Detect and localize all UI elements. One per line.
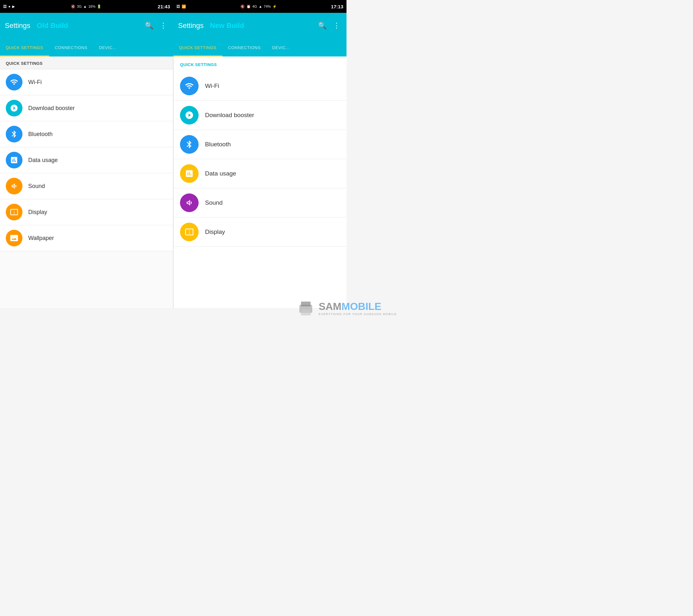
left-wifi-item[interactable]: Wi-Fi <box>0 69 173 95</box>
app-header-right: Settings New Build 🔍 ⋮ <box>173 13 346 39</box>
right-display-item[interactable]: Display <box>174 218 346 247</box>
left-bluetooth-icon <box>6 126 22 142</box>
right-build-label: New Build <box>210 21 244 30</box>
left-section-header: QUICK SETTINGS <box>0 57 173 69</box>
left-network-icons: 🔇 3G ▲ 16% 🔋 <box>71 4 102 9</box>
right-download-booster-icon <box>180 106 199 124</box>
mute-icon: 🔇 <box>71 4 75 9</box>
tab-bar-container: QUICK SETTINGS CONNECTIONS DEVIC... QUIC… <box>0 39 346 57</box>
battery-icon: 🔋 <box>97 4 101 9</box>
right-tab-connections[interactable]: CONNECTIONS <box>222 39 266 57</box>
app-header-left: Settings Old Build 🔍 ⋮ <box>0 13 173 39</box>
right-tab-quick-settings[interactable]: QUICK SETTINGS <box>173 39 222 57</box>
right-sound-icon <box>180 194 199 212</box>
right-panel: QUICK SETTINGS Wi-Fi Download booster Bl… <box>173 57 346 308</box>
network-type2: 4G <box>253 4 257 8</box>
left-tab-device[interactable]: DEVIC... <box>93 39 122 57</box>
battery-text: 16% <box>88 4 95 8</box>
right-more-icon[interactable]: ⋮ <box>332 20 342 32</box>
battery-icon2: ⚡ <box>272 4 277 9</box>
right-wifi-item[interactable]: Wi-Fi <box>174 72 346 101</box>
right-search-icon[interactable]: 🔍 <box>316 20 328 32</box>
left-display-label: Display <box>28 209 47 216</box>
right-network-icons: 🔇 ⏰ 4G ▲ 74% ⚡ <box>240 4 277 9</box>
app-header-container: Settings Old Build 🔍 ⋮ Settings New Buil… <box>0 13 346 39</box>
left-wallpaper-icon <box>6 230 22 246</box>
left-sound-icon <box>6 178 22 194</box>
right-display-label: Display <box>205 228 225 236</box>
right-wifi-icon <box>180 77 199 95</box>
left-sound-label: Sound <box>28 183 45 190</box>
right-status-icons: 🖼 📶 <box>176 4 186 9</box>
right-download-booster-label: Download booster <box>205 112 254 119</box>
left-data-usage-label: Data usage <box>28 157 58 164</box>
right-data-usage-item[interactable]: Data usage <box>174 159 346 188</box>
tab-bar-left: QUICK SETTINGS CONNECTIONS DEVIC... <box>0 39 173 57</box>
mute-icon2: 🔇 <box>240 4 245 9</box>
left-wifi-label: Wi-Fi <box>28 79 42 86</box>
right-time: 17:13 <box>331 4 343 9</box>
signal-icon: ▲ <box>83 4 87 8</box>
left-search-icon[interactable]: 🔍 <box>143 20 155 32</box>
left-status-icons: 🖼 ● ▶ <box>3 4 15 9</box>
left-bluetooth-label: Bluetooth <box>28 131 53 138</box>
tab-bar-right: QUICK SETTINGS CONNECTIONS DEVIC... <box>173 39 346 57</box>
left-data-usage-icon <box>6 152 22 168</box>
right-data-usage-label: Data usage <box>205 170 236 177</box>
network-type: 3G <box>77 4 82 8</box>
left-wifi-icon <box>6 74 22 91</box>
status-bar-left: 🖼 ● ▶ 🔇 3G ▲ 16% 🔋 21:43 <box>0 0 173 13</box>
right-display-icon <box>180 223 199 241</box>
left-panel: QUICK SETTINGS Wi-Fi Download booster Bl… <box>0 57 173 308</box>
alarm-icon: ⏰ <box>246 4 251 9</box>
app-icon2: ▶ <box>12 4 15 9</box>
app-icon1: ● <box>8 4 11 8</box>
left-wallpaper-item[interactable]: Wallpaper <box>0 225 173 251</box>
screenshot-icon2: 🖼 <box>176 4 180 8</box>
left-wallpaper-label: Wallpaper <box>28 235 54 242</box>
right-sound-item[interactable]: Sound <box>174 188 346 218</box>
right-sound-label: Sound <box>205 199 223 206</box>
left-display-icon <box>6 204 22 220</box>
left-download-booster-item[interactable]: Download booster <box>0 95 173 121</box>
left-sound-item[interactable]: Sound <box>0 173 173 199</box>
left-data-usage-item[interactable]: Data usage <box>0 147 173 173</box>
left-time: 21:43 <box>158 4 170 9</box>
right-section-header: QUICK SETTINGS <box>174 57 346 72</box>
signal-icon2: ▲ <box>259 4 262 8</box>
right-data-usage-icon <box>180 164 199 183</box>
left-app-title: Settings <box>5 21 31 30</box>
right-app-title: Settings <box>178 21 204 30</box>
left-display-item[interactable]: Display <box>0 199 173 225</box>
right-tab-device[interactable]: DEVIC... <box>266 39 296 57</box>
right-bluetooth-item[interactable]: Bluetooth <box>174 130 346 159</box>
left-download-booster-icon <box>6 100 22 117</box>
left-build-label: Old Build <box>37 21 68 30</box>
content-container: QUICK SETTINGS Wi-Fi Download booster Bl… <box>0 57 346 308</box>
right-bluetooth-icon <box>180 135 199 154</box>
left-tab-connections[interactable]: CONNECTIONS <box>49 39 93 57</box>
right-bluetooth-label: Bluetooth <box>205 141 231 148</box>
left-bluetooth-item[interactable]: Bluetooth <box>0 121 173 147</box>
wifi-status-icon: 📶 <box>182 4 186 9</box>
battery-text2: 74% <box>264 4 271 8</box>
left-tab-quick-settings[interactable]: QUICK SETTINGS <box>0 39 49 57</box>
left-more-icon[interactable]: ⋮ <box>158 20 169 32</box>
left-download-booster-label: Download booster <box>28 105 75 112</box>
status-bar-right: 🖼 📶 🔇 ⏰ 4G ▲ 74% ⚡ 17:13 <box>173 0 346 13</box>
right-wifi-label: Wi-Fi <box>205 82 219 90</box>
screenshot-icon: 🖼 <box>3 4 7 8</box>
right-download-booster-item[interactable]: Download booster <box>174 101 346 130</box>
status-bar-container: 🖼 ● ▶ 🔇 3G ▲ 16% 🔋 21:43 🖼 📶 🔇 ⏰ 4G ▲ 74… <box>0 0 346 13</box>
